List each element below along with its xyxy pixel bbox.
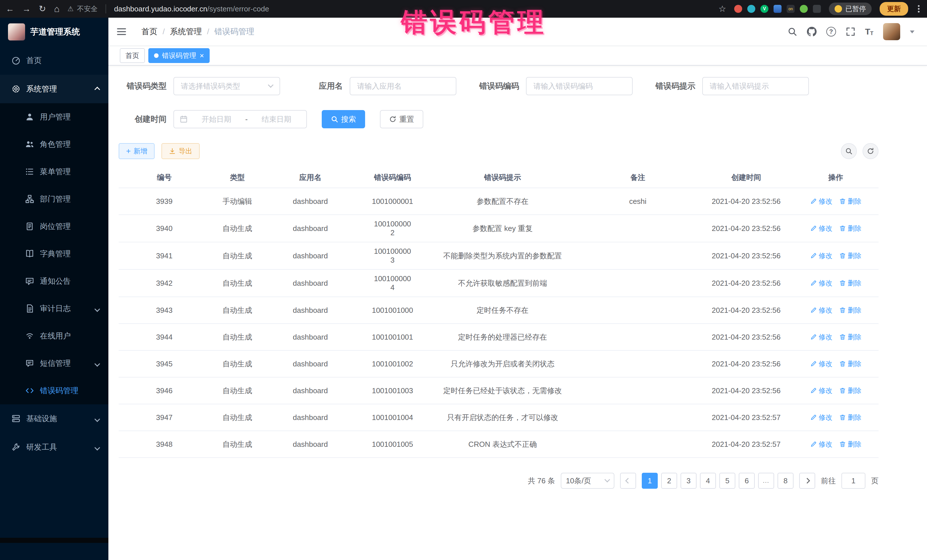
browser-menu-icon[interactable] [918, 8, 919, 10]
edit-link[interactable]: 修改 [810, 386, 832, 395]
sidebar-item-error-code[interactable]: 错误码管理 [0, 377, 108, 404]
page-button-3[interactable]: 3 [681, 473, 696, 489]
edit-link[interactable]: 修改 [810, 413, 832, 422]
help-icon[interactable] [826, 27, 836, 36]
sidebar-item-label: 用户管理 [40, 112, 71, 122]
search-icon[interactable] [787, 27, 797, 36]
goto-page-input[interactable] [842, 473, 865, 489]
tab-error-code[interactable]: 错误码管理 [148, 48, 210, 63]
page-button-5[interactable]: 5 [719, 473, 736, 489]
page-size-select[interactable]: 10条/页 [561, 473, 614, 489]
github-icon[interactable] [807, 27, 817, 36]
delete-link[interactable]: 删除 [839, 197, 862, 206]
delete-link[interactable]: 删除 [839, 251, 862, 260]
page-button-1[interactable]: 1 [642, 473, 658, 489]
sidebar-item-sms[interactable]: 短信管理 [0, 349, 108, 377]
security-indicator[interactable]: 不安全 [67, 4, 97, 14]
fullscreen-icon[interactable] [846, 27, 856, 36]
breadcrumb-home[interactable]: 首页 [141, 26, 158, 37]
edit-link[interactable]: 修改 [810, 440, 832, 449]
avatar-caret-icon[interactable] [910, 30, 915, 36]
page-ellipsis[interactable]: ... [758, 473, 774, 489]
cell-type: 自动生成 [210, 324, 265, 350]
sidebar-item-system[interactable]: 系统管理 [0, 75, 108, 103]
prev-page-button[interactable] [620, 473, 636, 489]
browser-update-button[interactable]: 更新 [880, 2, 908, 16]
sidebar-item-online-users[interactable]: 在线用户 [0, 322, 108, 349]
extensions-puzzle-icon[interactable] [813, 5, 821, 13]
edit-link[interactable]: 修改 [810, 306, 832, 315]
delete-link[interactable]: 删除 [839, 440, 862, 449]
delete-link[interactable]: 删除 [839, 279, 862, 288]
edit-link[interactable]: 修改 [810, 332, 832, 341]
delete-link[interactable]: 删除 [839, 332, 862, 341]
breadcrumb-system[interactable]: 系统管理 [170, 26, 202, 37]
browser-forward-icon[interactable] [22, 5, 31, 13]
page-button-4[interactable]: 4 [700, 473, 716, 489]
page-button-6[interactable]: 6 [739, 473, 755, 489]
extension-icon[interactable] [787, 5, 795, 13]
extension-icon[interactable] [774, 5, 781, 13]
page-button-8[interactable]: 8 [778, 473, 793, 489]
sidebar-item-departments[interactable]: 部门管理 [0, 185, 108, 213]
edit-link-label: 修改 [819, 332, 832, 341]
browser-back-icon[interactable] [6, 5, 14, 13]
refresh-table-button[interactable] [863, 143, 878, 159]
paused-badge[interactable]: 已暂停 [829, 3, 872, 15]
create-time-range-picker[interactable]: 开始日期 - 结束日期 [173, 110, 307, 128]
toggle-search-button[interactable] [841, 143, 857, 159]
font-size-icon[interactable] [865, 27, 873, 36]
sidebar-item-label: 字典管理 [40, 249, 71, 259]
sidebar-item-infrastructure[interactable]: 基础设施 [0, 404, 108, 433]
sidebar-item-dictionary[interactable]: 字典管理 [0, 240, 108, 267]
online-user-icon [25, 331, 34, 340]
browser-home-icon[interactable] [54, 4, 59, 14]
edit-link[interactable]: 修改 [810, 279, 832, 288]
tab-home[interactable]: 首页 [120, 48, 145, 63]
delete-link[interactable]: 删除 [839, 359, 862, 369]
sidebar-item-roles[interactable]: 角色管理 [0, 131, 108, 158]
edit-link[interactable]: 修改 [810, 197, 832, 206]
user-avatar[interactable] [883, 23, 900, 40]
sidebar-item-menus[interactable]: 菜单管理 [0, 158, 108, 185]
cell-type: 自动生成 [210, 215, 265, 242]
cell-remark [576, 378, 699, 404]
edit-link[interactable]: 修改 [810, 251, 832, 260]
delete-link-label: 删除 [848, 440, 862, 449]
app-name-input[interactable] [350, 77, 456, 95]
hamburger-icon[interactable] [116, 27, 127, 36]
edit-link-label: 修改 [819, 386, 832, 395]
sidebar-item-audit-log[interactable]: 审计日志 [0, 295, 108, 322]
app-logo[interactable]: 芋道管理系统 [0, 18, 108, 46]
sidebar-item-dev-tools[interactable]: 研发工具 [0, 433, 108, 461]
extension-icon[interactable] [747, 5, 755, 13]
delete-link[interactable]: 删除 [839, 224, 862, 233]
error-hint-input[interactable] [702, 77, 809, 95]
delete-link[interactable]: 删除 [839, 386, 862, 395]
browser-reload-icon[interactable] [39, 5, 46, 13]
bookmark-star-icon[interactable] [719, 5, 726, 13]
edit-link[interactable]: 修改 [810, 224, 832, 233]
sidebar-item-posts[interactable]: 岗位管理 [0, 213, 108, 240]
extension-icon[interactable] [760, 5, 768, 13]
sidebar-item-notice[interactable]: 通知公告 [0, 267, 108, 295]
cell-hint: 定时任务不存在 [429, 297, 576, 323]
delete-link[interactable]: 删除 [839, 306, 862, 315]
sidebar-item-users[interactable]: 用户管理 [0, 103, 108, 131]
reset-button[interactable]: 重置 [380, 110, 423, 128]
next-page-button[interactable] [799, 473, 815, 489]
address-bar[interactable]: dashboard.yudao.iocoder.cn/system/error-… [114, 5, 269, 14]
error-type-select[interactable]: 请选择错误码类型 [173, 77, 280, 95]
edit-link[interactable]: 修改 [810, 359, 832, 369]
close-icon[interactable] [200, 52, 204, 59]
delete-link[interactable]: 删除 [839, 413, 862, 422]
page-button-2[interactable]: 2 [661, 473, 677, 489]
extension-icon[interactable] [734, 5, 742, 13]
add-button[interactable]: 新增 [119, 143, 155, 159]
dashboard-icon [11, 56, 21, 65]
search-button[interactable]: 搜索 [322, 110, 365, 128]
sidebar-item-home[interactable]: 首页 [0, 46, 108, 75]
extension-icon[interactable] [800, 5, 808, 13]
error-code-input[interactable] [526, 77, 633, 95]
export-button[interactable]: 导出 [161, 143, 200, 159]
